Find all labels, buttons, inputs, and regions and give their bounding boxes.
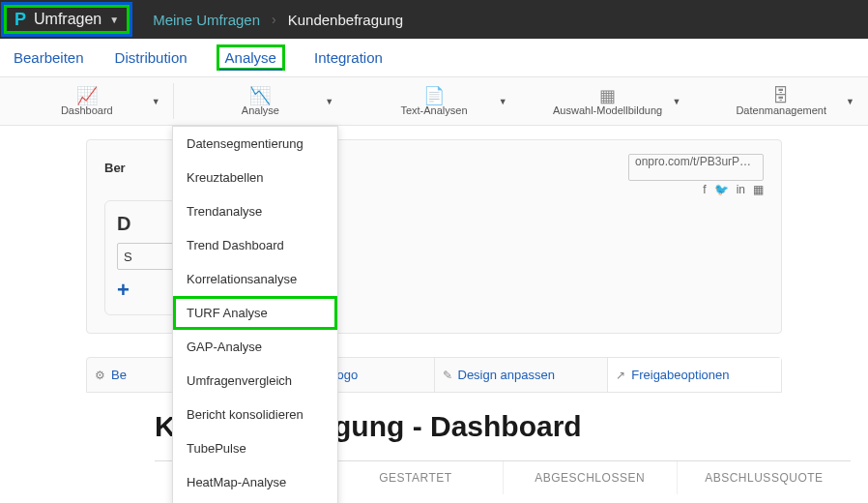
tab-integration[interactable]: Integration (312, 45, 385, 70)
top-bar: P Umfragen ▼ Meine Umfragen › Kundenbefr… (0, 0, 868, 39)
stat-started: GESTARTET (329, 461, 503, 494)
brand-surveys-label: Umfragen (34, 11, 101, 28)
menu-crosstabs[interactable]: Kreuztabellen (173, 161, 337, 194)
chart-analytics-icon: 📉 (249, 87, 271, 104)
twitter-icon[interactable]: 🐦 (714, 183, 729, 196)
stat-completion-rate: ABSCHLUSSQUOTE (678, 461, 851, 494)
caret-down-icon: ▼ (152, 97, 160, 106)
toolbar-settings-label: Be (111, 368, 127, 382)
ribbon-text-analysis[interactable]: 📄 Text-Analysen ▼ (347, 77, 521, 125)
tab-distribution[interactable]: Distribution (113, 45, 189, 70)
survey-url-label: Ber (104, 161, 126, 175)
menu-correlation[interactable]: Korrelationsanalyse (173, 262, 337, 296)
breadcrumb-separator-icon: › (272, 12, 276, 27)
menu-turf-analysis[interactable]: TURF Analyse (173, 296, 337, 330)
qr-icon[interactable]: ▦ (753, 183, 764, 196)
caret-down-icon: ▼ (846, 97, 854, 106)
ribbon-data-label: Datenmanagement (736, 104, 826, 116)
ribbon-choice-modeling[interactable]: ▦ Auswahl-Modellbildung ▼ (521, 77, 695, 125)
ribbon-dashboard-label: Dashboard (61, 104, 113, 116)
chart-line-icon: 📈 (76, 87, 98, 104)
share-icon: ↗ (616, 369, 625, 382)
caret-down-icon: ▼ (109, 15, 119, 25)
tab-edit[interactable]: Bearbeiten (12, 45, 86, 70)
breadcrumb-current: Kundenbefragung (288, 12, 403, 28)
pencil-icon: ✎ (443, 369, 452, 382)
ribbon-data-management[interactable]: 🗄 Datenmanagement ▼ (694, 77, 868, 125)
caret-down-icon: ▼ (325, 97, 333, 106)
menu-trend-dashboard[interactable]: Trend Dashboard (173, 228, 337, 262)
ribbon-model-label: Auswahl-Modellbildung (553, 104, 662, 116)
linkedin-icon[interactable]: in (737, 183, 745, 196)
analyse-dropdown-menu: Datensegmentierung Kreuztabellen Trendan… (172, 126, 338, 494)
menu-survey-comparison[interactable]: Umfragenvergleich (173, 364, 337, 398)
menu-gap-analysis[interactable]: GAP-Analyse (173, 330, 337, 364)
toolbar-share-label: Freigabeoptionen (631, 368, 729, 382)
breadcrumb-my-surveys[interactable]: Meine Umfragen (153, 12, 260, 28)
menu-consolidate-report[interactable]: Bericht konsolidieren (173, 398, 337, 431)
caret-down-icon: ▼ (672, 97, 680, 106)
ribbon-text-label: Text-Analysen (400, 104, 467, 116)
ribbon: 📈 Dashboard ▼ 📉 Analyse ▼ 📄 Text-Analyse… (0, 77, 868, 126)
toolbar-share-button[interactable]: ↗ Freigabeoptionen (608, 358, 781, 392)
brand-surveys-dropdown[interactable]: P Umfragen ▼ (4, 5, 130, 34)
brand-logo-icon: P (14, 10, 26, 30)
main-tabs: Bearbeiten Distribution Analyse Integrat… (0, 39, 868, 77)
stat-completed: ABGESCHLOSSEN (504, 461, 678, 494)
database-icon: 🗄 (772, 87, 790, 104)
survey-url-input[interactable]: onpro.com/t/PB3urPgZB3u (628, 154, 764, 181)
matrix-icon: ▦ (599, 87, 616, 104)
content-area: Ber onpro.com/t/PB3urPgZB3u f 🐦 in ▦ D S… (0, 139, 868, 494)
tab-analyse[interactable]: Analyse (217, 44, 285, 71)
toolbar-design-button[interactable]: ✎ Design anpassen (435, 358, 609, 392)
social-share-icons: f 🐦 in ▦ (703, 183, 764, 196)
menu-heatmap[interactable]: HeatMap-Analyse (173, 465, 337, 494)
caret-down-icon: ▼ (499, 97, 507, 106)
ribbon-analyse[interactable]: 📉 Analyse ▼ (174, 77, 348, 125)
ribbon-analyse-label: Analyse (242, 104, 279, 116)
document-icon: 📄 (423, 87, 445, 104)
toolbar-design-label: Design anpassen (458, 368, 555, 382)
ribbon-dashboard[interactable]: 📈 Dashboard ▼ (0, 77, 174, 125)
menu-data-segmentation[interactable]: Datensegmentierung (173, 127, 337, 161)
menu-tubepulse[interactable]: TubePulse (173, 431, 337, 465)
menu-trend-analysis[interactable]: Trendanalyse (173, 194, 337, 228)
facebook-icon[interactable]: f (703, 183, 706, 196)
gear-icon: ⚙ (95, 369, 105, 382)
